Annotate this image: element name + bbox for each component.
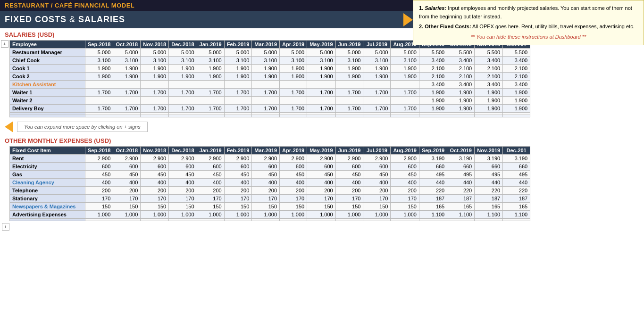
table-row: Cook 21.9001.9001.9001.9001.9001.9001.90…	[10, 73, 530, 81]
salary-value-cell	[224, 81, 252, 89]
salary-value-cell: 1.900	[252, 65, 280, 73]
expense-value-cell: 150	[252, 203, 280, 211]
expense-item-name: Rent	[10, 155, 85, 163]
expense-value-cell: 450	[391, 171, 419, 179]
salary-employee-name: Cook 1	[10, 65, 85, 73]
expense-value-cell: 450	[224, 171, 252, 179]
salaries-col-employee: Employee	[10, 41, 85, 49]
salary-value-cell: 3.400	[419, 57, 447, 65]
expense-value-cell	[391, 219, 419, 221]
expense-value-cell: 1.000	[141, 211, 169, 219]
salary-value-cell: 1.900	[307, 73, 336, 81]
expense-value-cell: 3.190	[503, 155, 530, 163]
expense-value-cell	[141, 219, 169, 221]
salaries-table-scroll[interactable]: EmployeeSep-2018Oct-2018Nov-2018Dec-2018…	[9, 40, 644, 117]
expense-value-cell: 2.900	[113, 155, 141, 163]
expense-value-cell: 150	[224, 203, 252, 211]
expense-value-cell: 495	[475, 171, 503, 179]
salary-value-cell	[113, 81, 141, 89]
salary-value-cell: 1.700	[169, 105, 197, 113]
salaries-col-Jun-2019: Jun-2019	[335, 41, 363, 49]
expense-value-cell	[475, 219, 503, 221]
salary-employee-name: Restaurant Manager	[10, 49, 85, 57]
expense-value-cell: 2.900	[85, 155, 113, 163]
salary-employee-name: Chief Cook	[10, 57, 85, 65]
salaries-col-Sep-2018: Sep-2018	[85, 41, 113, 49]
expenses-col-Sep-2019: Sep-2019	[419, 147, 447, 155]
salary-value-cell: 1.900	[335, 73, 363, 81]
expand-arrow-icon	[5, 121, 13, 132]
salary-value-cell: 1.900	[503, 105, 530, 113]
salary-value-cell: 5.000	[141, 49, 169, 57]
salary-value-cell: 2.100	[419, 73, 447, 81]
expense-value-cell: 187	[503, 195, 530, 203]
expense-value-cell: 170	[141, 195, 169, 203]
table-row: Delivery Boy1.7001.7001.7001.7001.7001.7…	[10, 105, 530, 113]
expense-value-cell: 2.900	[197, 155, 224, 163]
salary-value-cell	[335, 97, 363, 105]
salary-value-cell	[141, 97, 169, 105]
salary-value-cell: 2.100	[503, 73, 530, 81]
expenses-col-Apr-2019: Apr-2019	[280, 147, 307, 155]
expense-value-cell: 600	[197, 163, 224, 171]
expense-value-cell: 200	[224, 187, 252, 195]
salaries-label: SALARIES	[78, 15, 125, 24]
salary-value-cell: 3.100	[141, 57, 169, 65]
expense-value-cell: 200	[335, 187, 363, 195]
expense-value-cell: 1.100	[447, 211, 475, 219]
expense-value-cell: 1.000	[169, 211, 197, 219]
salary-value-cell: 1.900	[224, 65, 252, 73]
salary-value-cell: 1.700	[363, 89, 391, 97]
salary-value-cell: 1.700	[197, 89, 224, 97]
salary-employee-name	[10, 115, 85, 117]
scroll-area[interactable]: SALARIES (USD) + EmployeeSep-2018Oct-201…	[0, 28, 644, 323]
expense-value-cell: 495	[419, 171, 447, 179]
expense-value-cell: 440	[503, 179, 530, 187]
expense-value-cell: 200	[363, 187, 391, 195]
salary-value-cell: 3.100	[335, 57, 363, 65]
expense-value-cell: 400	[307, 179, 336, 187]
expense-item-name: Telephone	[10, 187, 85, 195]
expenses-col-Jun-2019: Jun-2019	[335, 147, 363, 155]
top-header: RESTAURANT / CAFÉ FINANCIAL MODEL FIXED …	[0, 0, 644, 28]
table-row: Telephone2002002002002002002002002002002…	[10, 187, 530, 195]
expense-value-cell: 1.100	[503, 211, 530, 219]
salary-value-cell	[280, 97, 307, 105]
expenses-col-Nov-2018: Nov-2018	[141, 147, 169, 155]
expense-value-cell: 150	[113, 203, 141, 211]
salary-value-cell: 1.900	[335, 65, 363, 73]
salary-value-cell: 1.900	[475, 89, 503, 97]
table-row: Rent2.9002.9002.9002.9002.9002.9002.9002…	[10, 155, 530, 163]
instruction-2: 2. Other Fixed Costs: All OPEX goes here…	[419, 23, 638, 31]
expense-value-cell: 2.900	[280, 155, 307, 163]
expenses-col-Dec-2018: Dec-2018	[169, 147, 197, 155]
expenses-table-scroll[interactable]: Fixed Cost ItemSep-2018Oct-2018Nov-2018D…	[9, 146, 644, 221]
expense-value-cell: 165	[475, 203, 503, 211]
salary-employee-name: Waiter 1	[10, 89, 85, 97]
bottom-plus-button[interactable]: +	[2, 223, 9, 231]
salary-value-cell	[280, 115, 307, 117]
expense-value-cell: 200	[252, 187, 280, 195]
expense-value-cell: 2.900	[391, 155, 419, 163]
expense-value-cell: 660	[447, 163, 475, 171]
expense-value-cell: 165	[447, 203, 475, 211]
expense-value-cell: 1.000	[224, 211, 252, 219]
salary-value-cell	[391, 97, 419, 105]
salary-value-cell: 1.700	[113, 89, 141, 97]
salary-value-cell: 1.700	[335, 89, 363, 97]
salary-value-cell	[363, 97, 391, 105]
expense-value-cell: 450	[85, 171, 113, 179]
salary-value-cell: 3.400	[447, 57, 475, 65]
expense-value-cell: 495	[503, 171, 530, 179]
salaries-plus-button[interactable]: +	[1, 40, 8, 48]
expense-value-cell: 440	[475, 179, 503, 187]
salaries-col-Jan-2019: Jan-2019	[197, 41, 224, 49]
expenses-col-Oct-2019: Oct-2019	[447, 147, 475, 155]
expense-value-cell	[363, 219, 391, 221]
expense-value-cell: 200	[169, 187, 197, 195]
expense-value-cell: 187	[419, 195, 447, 203]
salary-value-cell: 5.000	[280, 49, 307, 57]
expense-value-cell: 1.000	[280, 211, 307, 219]
salary-value-cell: 1.700	[169, 89, 197, 97]
expense-value-cell: 400	[363, 179, 391, 187]
